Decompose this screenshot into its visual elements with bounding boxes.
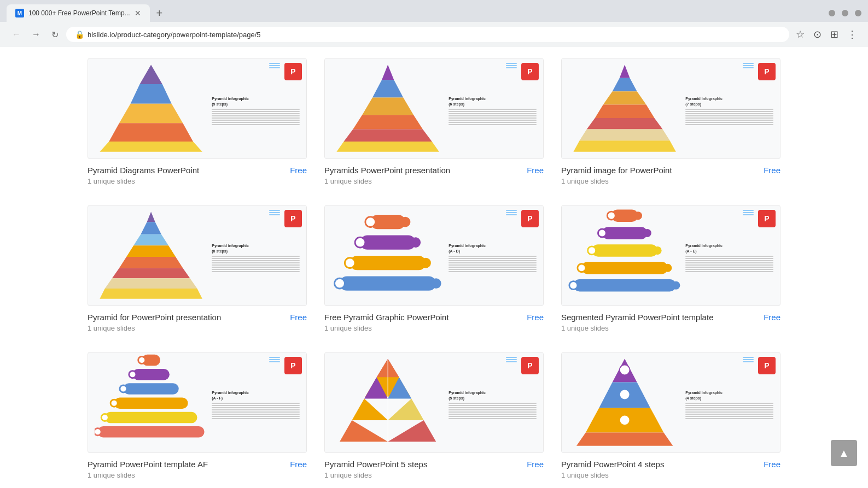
text-line xyxy=(448,115,537,116)
card-price: Free xyxy=(527,166,544,175)
svg-point-32 xyxy=(410,238,421,248)
text-line xyxy=(448,256,537,257)
preview-pyramid xyxy=(331,207,444,304)
svg-rect-45 xyxy=(592,244,657,257)
text-line xyxy=(448,264,537,266)
card-title-row: Pyramid Diagrams PowerPoint Free xyxy=(88,166,307,175)
text-line xyxy=(448,271,537,272)
text-line xyxy=(212,120,300,121)
address-bar[interactable]: 🔒 hislide.io/product-category/powerpoint… xyxy=(66,27,789,42)
svg-rect-62 xyxy=(105,411,197,423)
restore-button[interactable]: □ xyxy=(842,10,848,16)
text-line xyxy=(685,256,773,257)
slide-preview: Pyramid infographic(A - E) xyxy=(562,205,780,305)
preview-pyramid xyxy=(95,207,207,304)
card-title: Pyramid PowerPoint 4 steps xyxy=(561,460,664,469)
preview-title: Pyramid infographic(8 steps) xyxy=(212,243,300,253)
text-line xyxy=(685,418,773,419)
new-tab-button[interactable]: + xyxy=(152,5,167,22)
product-card-5[interactable]: Pyramid infographic(A - D) P Free Pyrami… xyxy=(324,205,544,334)
powerpoint-badge: P xyxy=(521,357,539,374)
deco-line xyxy=(269,210,280,211)
svg-marker-1 xyxy=(140,65,162,85)
text-line xyxy=(448,407,537,408)
svg-marker-7 xyxy=(372,80,403,98)
svg-marker-17 xyxy=(580,130,670,141)
card-decoration xyxy=(743,357,754,362)
text-line xyxy=(448,258,537,259)
svg-point-44 xyxy=(643,229,651,237)
svg-point-61 xyxy=(110,399,118,407)
svg-marker-14 xyxy=(603,92,646,105)
card-slides: 1 unique slides xyxy=(88,471,307,479)
bookmark-icon[interactable]: ☆ xyxy=(794,26,807,43)
svg-point-28 xyxy=(365,217,376,227)
svg-marker-15 xyxy=(595,105,655,118)
svg-rect-56 xyxy=(132,369,170,380)
card-info: Pyramids PowerPoint presentation Free 1 … xyxy=(324,159,544,187)
text-line xyxy=(212,271,300,272)
card-price: Free xyxy=(764,166,780,175)
svg-point-52 xyxy=(569,281,578,289)
card-info: Pyramid PowerPoint template AF Free 1 un… xyxy=(88,453,307,481)
profile-icon[interactable]: ⊙ xyxy=(811,26,824,43)
tab-favicon: M xyxy=(15,9,24,17)
text-line xyxy=(685,109,773,110)
preview-title: Pyramid infographic(7 steps) xyxy=(685,96,773,106)
product-card-7[interactable]: Pyramid infographic(A - F) P Pyramid Pow… xyxy=(88,352,307,481)
product-card-6[interactable]: Pyramid infographic(A - E) P Segmented P… xyxy=(561,205,780,334)
deco-line xyxy=(743,67,754,68)
card-price: Free xyxy=(527,313,544,322)
svg-rect-30 xyxy=(360,236,416,250)
browser-tab[interactable]: M 100 000+ Free PowerPoint Temp... ✕ xyxy=(7,4,150,22)
scroll-up-button[interactable]: ▲ xyxy=(831,440,857,466)
deco-line xyxy=(743,214,754,215)
svg-point-83 xyxy=(620,415,630,426)
text-line xyxy=(685,120,773,121)
deco-line xyxy=(506,67,517,68)
text-line xyxy=(448,262,537,263)
deco-line xyxy=(743,212,754,213)
menu-icon[interactable]: ⋮ xyxy=(845,26,859,43)
text-line xyxy=(685,409,773,410)
page-content: Pyramid infographic(5 steps) P Pyramid D… xyxy=(0,47,868,488)
card-info: Pyramid PowerPoint 5 steps Free 1 unique… xyxy=(324,453,544,481)
reload-button[interactable]: ↻ xyxy=(48,27,62,42)
card-info: Pyramid PowerPoint 4 steps Free 1 unique… xyxy=(561,453,780,481)
forward-button[interactable]: → xyxy=(28,27,44,42)
card-slides: 1 unique slides xyxy=(561,324,780,332)
text-line xyxy=(212,117,300,119)
product-card-4[interactable]: Pyramid infographic(8 steps) P Pyramid f… xyxy=(88,205,307,334)
minimize-button[interactable]: ─ xyxy=(829,10,835,16)
svg-point-50 xyxy=(663,264,672,272)
text-line xyxy=(212,264,300,266)
window-controls: ─ □ ✕ xyxy=(829,10,861,16)
product-card-8[interactable]: Pyramid infographic(5 steps) P Pyramid P… xyxy=(324,352,544,481)
extensions-icon[interactable]: ⊞ xyxy=(828,26,841,43)
product-card-1[interactable]: Pyramid infographic(5 steps) P Pyramid D… xyxy=(88,58,307,187)
deco-line xyxy=(506,212,517,213)
tab-close-button[interactable]: ✕ xyxy=(135,9,141,17)
card-title-row: Pyramid for PowerPoint presentation Free xyxy=(88,313,307,322)
close-button[interactable]: ✕ xyxy=(855,10,861,16)
svg-marker-2 xyxy=(131,84,172,104)
deco-line xyxy=(506,63,517,64)
text-line xyxy=(685,414,773,415)
text-line xyxy=(448,111,537,112)
card-slides: 1 unique slides xyxy=(561,471,780,479)
back-button[interactable]: ← xyxy=(9,27,24,42)
card-image: Pyramid infographic(A - E) P xyxy=(561,205,780,306)
product-card-2[interactable]: Pyramid infographic(6 steps) P Pyramids … xyxy=(324,58,544,187)
product-card-9[interactable]: Pyramid infographic(4 steps) P Pyramid P… xyxy=(561,352,780,481)
card-image: Pyramid infographic(8 steps) P xyxy=(88,205,307,306)
product-card-3[interactable]: Pyramid infographic(7 steps) P Pyramid i… xyxy=(561,58,780,187)
preview-pyramid xyxy=(568,354,681,451)
preview-pyramid xyxy=(331,60,444,157)
text-line xyxy=(212,414,300,415)
svg-marker-16 xyxy=(587,118,663,130)
powerpoint-badge: P xyxy=(284,357,302,374)
text-line xyxy=(685,115,773,116)
text-line xyxy=(448,411,537,413)
svg-point-53 xyxy=(672,281,680,289)
card-info: Pyramid Diagrams PowerPoint Free 1 uniqu… xyxy=(88,159,307,187)
